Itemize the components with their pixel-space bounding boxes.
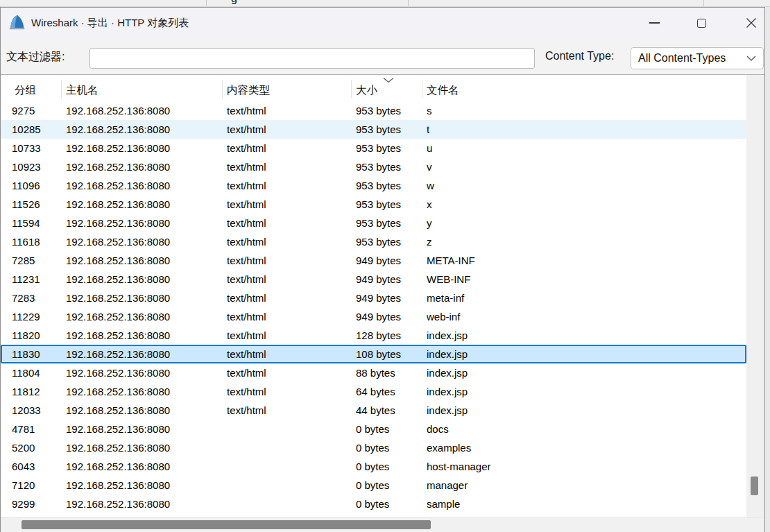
background-divider: [206, 0, 207, 7]
close-icon: [746, 17, 757, 28]
cell-hostname: 192.168.252.136:8080: [66, 270, 170, 289]
table-row[interactable]: 11618192.168.252.136:8080text/html953 by…: [1, 232, 746, 251]
cell-packet: 6043: [12, 457, 35, 476]
table-row[interactable]: 11594192.168.252.136:8080text/html953 by…: [1, 214, 746, 232]
cell-packet: 11618: [12, 232, 40, 251]
background-divider: [703, 0, 704, 7]
cell-content-type: text/html: [227, 326, 266, 345]
cell-size: 0 bytes: [356, 420, 389, 438]
cell-packet: 10923: [12, 157, 41, 176]
cell-size: 64 bytes: [356, 382, 395, 401]
table-rows: 9275192.168.252.136:8080text/html953 byt…: [1, 101, 746, 513]
column-header-content-type[interactable]: 内容类型: [227, 75, 270, 101]
cell-content-type: text/html: [227, 101, 266, 120]
table-row[interactable]: 11812192.168.252.136:8080text/html64 byt…: [1, 382, 746, 401]
maximize-button[interactable]: [685, 8, 717, 38]
table-row[interactable]: 11229192.168.252.136:8080text/html949 by…: [1, 307, 746, 326]
screen: g Wireshark · 导出 · HTTP 对象列表: [0, 0, 770, 532]
table-row[interactable]: 11804192.168.252.136:8080text/html88 byt…: [1, 363, 746, 382]
cell-packet: 9275: [12, 101, 35, 120]
table-row[interactable]: 7120192.168.252.136:80800 bytesmanager: [1, 476, 746, 495]
close-button[interactable]: [735, 8, 767, 38]
cell-filename: sample: [427, 495, 460, 513]
cell-hostname: 192.168.252.136:8080: [66, 420, 170, 438]
cell-size: 953 bytes: [356, 157, 401, 176]
cell-size: 953 bytes: [356, 214, 401, 232]
cell-hostname: 192.168.252.136:8080: [66, 476, 170, 495]
table-row[interactable]: 4781192.168.252.136:80800 bytesdocs: [1, 420, 746, 438]
cell-content-type: text/html: [227, 345, 266, 363]
cell-content-type: text/html: [227, 214, 266, 232]
table-row[interactable]: 11830192.168.252.136:8080text/html108 by…: [1, 345, 746, 363]
header-divider: [351, 80, 352, 98]
cell-hostname: 192.168.252.136:8080: [66, 120, 170, 139]
cell-size: 0 bytes: [356, 495, 389, 513]
cell-hostname: 192.168.252.136:8080: [66, 345, 170, 363]
column-header-packet[interactable]: 分组: [15, 75, 36, 101]
cell-filename: index.jsp: [427, 345, 468, 363]
cell-size: 44 bytes: [356, 401, 395, 420]
cell-size: 949 bytes: [356, 307, 401, 326]
horizontal-scrollbar[interactable]: [1, 517, 764, 532]
cell-size: 0 bytes: [356, 438, 389, 457]
table-row[interactable]: 12033192.168.252.136:8080text/html44 byt…: [1, 401, 746, 420]
content-type-select[interactable]: All Content-Types: [631, 47, 764, 69]
background-window-strip: g: [0, 0, 770, 7]
table-row[interactable]: 11096192.168.252.136:8080text/html953 by…: [1, 176, 746, 195]
vertical-scrollbar-thumb[interactable]: [751, 477, 758, 495]
cell-filename: host-manager: [427, 457, 491, 476]
column-header-filename[interactable]: 文件名: [427, 75, 459, 101]
sort-chevron-down-icon: [383, 77, 394, 83]
table-row[interactable]: 10733192.168.252.136:8080text/html953 by…: [1, 139, 746, 157]
cell-hostname: 192.168.252.136:8080: [66, 382, 170, 401]
table-row[interactable]: 10285192.168.252.136:8080text/html953 by…: [1, 120, 746, 139]
text-filter-input[interactable]: [89, 48, 535, 69]
table-row[interactable]: 5200192.168.252.136:80800 bytesexamples: [1, 438, 746, 457]
column-header-size[interactable]: 大小: [356, 75, 377, 101]
cell-size: 88 bytes: [356, 363, 395, 382]
cell-size: 128 bytes: [356, 326, 401, 345]
table-row[interactable]: 9299192.168.252.136:80800 bytessample: [1, 495, 746, 513]
minimize-icon: [649, 22, 660, 24]
minimize-button[interactable]: [638, 8, 670, 38]
table-row[interactable]: 11231192.168.252.136:8080text/html949 by…: [1, 270, 746, 289]
table-row[interactable]: 6043192.168.252.136:80800 byteshost-mana…: [1, 457, 746, 476]
export-http-object-list-dialog: Wireshark · 导出 · HTTP 对象列表 文本过滤器: Conten…: [0, 7, 765, 532]
cell-content-type: text/html: [227, 195, 266, 214]
table-row[interactable]: 7283192.168.252.136:8080text/html949 byt…: [1, 289, 746, 307]
cell-hostname: 192.168.252.136:8080: [66, 214, 170, 232]
header-divider: [61, 80, 62, 98]
cell-filename: META-INF: [427, 251, 475, 270]
column-header-hostname[interactable]: 主机名: [66, 75, 99, 101]
cell-content-type: text/html: [227, 176, 266, 195]
cell-hostname: 192.168.252.136:8080: [66, 176, 170, 195]
table-row[interactable]: 11820192.168.252.136:8080text/html128 by…: [1, 326, 746, 345]
horizontal-scrollbar-thumb[interactable]: [22, 520, 431, 529]
cell-content-type: text/html: [227, 363, 266, 382]
cell-filename: meta-inf: [427, 289, 464, 307]
chevron-down-icon: [746, 55, 756, 61]
header-divider: [422, 80, 422, 98]
cell-hostname: 192.168.252.136:8080: [66, 139, 170, 157]
content-type-label: Content Type:: [545, 50, 614, 62]
cell-size: 953 bytes: [356, 101, 401, 120]
cell-filename: examples: [427, 438, 471, 457]
table-row[interactable]: 11526192.168.252.136:8080text/html953 by…: [1, 195, 746, 214]
cell-packet: 11229: [12, 307, 40, 326]
table-row[interactable]: 7285192.168.252.136:8080text/html949 byt…: [1, 251, 746, 270]
cell-filename: index.jsp: [427, 382, 468, 401]
vertical-scrollbar[interactable]: [746, 75, 764, 517]
cell-packet: 11096: [12, 176, 40, 195]
cell-filename: s: [427, 101, 432, 120]
cell-hostname: 192.168.252.136:8080: [66, 289, 170, 307]
titlebar[interactable]: Wireshark · 导出 · HTTP 对象列表: [1, 8, 764, 38]
cell-packet: 11830: [12, 345, 40, 363]
cell-hostname: 192.168.252.136:8080: [66, 157, 170, 176]
table-row[interactable]: 9275192.168.252.136:8080text/html953 byt…: [1, 101, 746, 120]
cell-filename: z: [427, 232, 432, 251]
cell-packet: 7283: [12, 289, 35, 307]
cell-filename: manager: [427, 476, 468, 495]
table-row[interactable]: 10923192.168.252.136:8080text/html953 by…: [1, 157, 746, 176]
cell-filename: w: [427, 176, 434, 195]
content-type-selected-value: All Content-Types: [638, 52, 746, 65]
